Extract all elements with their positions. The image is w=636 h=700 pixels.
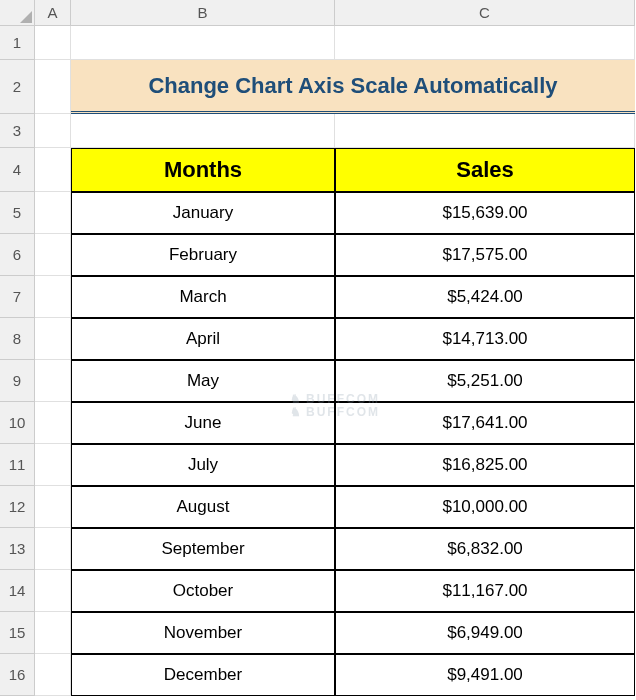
- table-cell-sales[interactable]: $16,825.00: [335, 444, 635, 486]
- cell-A8[interactable]: [35, 318, 71, 360]
- cell-A10[interactable]: [35, 402, 71, 444]
- cell-A6[interactable]: [35, 234, 71, 276]
- row-header-16[interactable]: 16: [0, 654, 35, 696]
- table-cell-month[interactable]: December: [71, 654, 335, 696]
- cell-A1[interactable]: [35, 26, 71, 60]
- row-header-9[interactable]: 9: [0, 360, 35, 402]
- table-header-sales[interactable]: Sales: [335, 148, 635, 192]
- row-header-6[interactable]: 6: [0, 234, 35, 276]
- row-header-5[interactable]: 5: [0, 192, 35, 234]
- row-header-2[interactable]: 2: [0, 60, 35, 114]
- column-header-A[interactable]: A: [35, 0, 71, 26]
- cell-A14[interactable]: [35, 570, 71, 612]
- row-header-8[interactable]: 8: [0, 318, 35, 360]
- table-cell-sales[interactable]: $15,639.00: [335, 192, 635, 234]
- cell-A2[interactable]: [35, 60, 71, 114]
- row-header-15[interactable]: 15: [0, 612, 35, 654]
- table-cell-month[interactable]: January: [71, 192, 335, 234]
- column-headers: ABC: [35, 0, 635, 26]
- cell-B1[interactable]: [71, 26, 335, 60]
- cell-A5[interactable]: [35, 192, 71, 234]
- cell-A11[interactable]: [35, 444, 71, 486]
- table-cell-sales[interactable]: $17,641.00: [335, 402, 635, 444]
- row-header-14[interactable]: 14: [0, 570, 35, 612]
- spreadsheet-grid[interactable]: ABC 12345678910111213141516 Change Chart…: [0, 0, 636, 700]
- table-cell-sales[interactable]: $6,832.00: [335, 528, 635, 570]
- row-header-12[interactable]: 12: [0, 486, 35, 528]
- table-header-months[interactable]: Months: [71, 148, 335, 192]
- table-cell-sales[interactable]: $9,491.00: [335, 654, 635, 696]
- table-cell-month[interactable]: May: [71, 360, 335, 402]
- row-header-13[interactable]: 13: [0, 528, 35, 570]
- cell-C3[interactable]: [335, 114, 635, 148]
- row-headers: 12345678910111213141516: [0, 26, 35, 696]
- table-cell-month[interactable]: September: [71, 528, 335, 570]
- cell-C1[interactable]: [335, 26, 635, 60]
- row-header-7[interactable]: 7: [0, 276, 35, 318]
- cell-A4[interactable]: [35, 148, 71, 192]
- table-cell-sales[interactable]: $14,713.00: [335, 318, 635, 360]
- cell-grid: Change Chart Axis Scale AutomaticallyMon…: [35, 26, 635, 696]
- cell-A9[interactable]: [35, 360, 71, 402]
- table-cell-month[interactable]: October: [71, 570, 335, 612]
- svg-marker-0: [20, 11, 32, 23]
- table-cell-sales[interactable]: $17,575.00: [335, 234, 635, 276]
- table-cell-sales[interactable]: $11,167.00: [335, 570, 635, 612]
- table-cell-month[interactable]: November: [71, 612, 335, 654]
- table-cell-month[interactable]: June: [71, 402, 335, 444]
- row-header-3[interactable]: 3: [0, 114, 35, 148]
- table-cell-sales[interactable]: $6,949.00: [335, 612, 635, 654]
- cell-A12[interactable]: [35, 486, 71, 528]
- table-cell-month[interactable]: July: [71, 444, 335, 486]
- row-header-11[interactable]: 11: [0, 444, 35, 486]
- cell-A16[interactable]: [35, 654, 71, 696]
- cell-A15[interactable]: [35, 612, 71, 654]
- row-header-1[interactable]: 1: [0, 26, 35, 60]
- table-cell-sales[interactable]: $5,424.00: [335, 276, 635, 318]
- table-cell-month[interactable]: March: [71, 276, 335, 318]
- row-header-4[interactable]: 4: [0, 148, 35, 192]
- select-all-triangle-icon: [20, 11, 32, 23]
- cell-A13[interactable]: [35, 528, 71, 570]
- table-cell-month[interactable]: August: [71, 486, 335, 528]
- table-cell-sales[interactable]: $5,251.00: [335, 360, 635, 402]
- table-cell-month[interactable]: April: [71, 318, 335, 360]
- select-all-corner[interactable]: [0, 0, 35, 26]
- column-header-B[interactable]: B: [71, 0, 335, 26]
- cell-B3[interactable]: [71, 114, 335, 148]
- title-cell[interactable]: Change Chart Axis Scale Automatically: [71, 60, 635, 114]
- table-cell-sales[interactable]: $10,000.00: [335, 486, 635, 528]
- row-header-10[interactable]: 10: [0, 402, 35, 444]
- cell-A3[interactable]: [35, 114, 71, 148]
- table-cell-month[interactable]: February: [71, 234, 335, 276]
- column-header-C[interactable]: C: [335, 0, 635, 26]
- cell-A7[interactable]: [35, 276, 71, 318]
